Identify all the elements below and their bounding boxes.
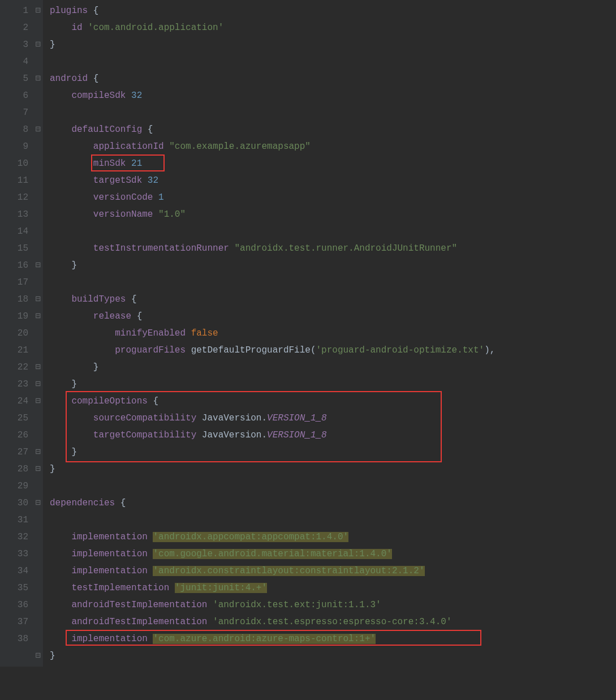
code-line[interactable]: applicationId "com.example.azuremapsapp" [50, 138, 611, 155]
code-area[interactable]: plugins { id 'com.android.application' }… [43, 0, 616, 667]
fold-toggle-icon[interactable]: ⊟ [33, 121, 43, 138]
code-line[interactable] [50, 512, 611, 529]
code-line[interactable]: androidTestImplementation 'androidx.test… [50, 613, 611, 630]
fold-toggle-icon[interactable] [33, 546, 43, 562]
fold-toggle-icon[interactable]: ⊟ [33, 291, 43, 308]
code-line[interactable]: implementation 'androidx.appcompat:appco… [50, 529, 611, 546]
code-line[interactable] [50, 223, 611, 240]
code-line[interactable]: implementation 'com.google.android.mater… [50, 546, 611, 562]
line-number: 28 [10, 461, 28, 478]
fold-toggle-icon[interactable]: ⊟ [33, 393, 43, 410]
code-line[interactable]: sourceCompatibility JavaVersion.VERSION_… [50, 410, 611, 427]
fold-toggle-icon[interactable]: ⊟ [33, 257, 43, 274]
fold-toggle-icon[interactable] [33, 325, 43, 342]
fold-toggle-icon[interactable]: ⊟ [33, 376, 43, 393]
code-line[interactable]: minSdk 21 [50, 155, 611, 172]
fold-toggle-icon[interactable] [33, 104, 43, 121]
fold-toggle-icon[interactable] [33, 240, 43, 257]
line-number: 16 [10, 257, 28, 274]
code-line[interactable]: } [50, 36, 611, 53]
code-line[interactable]: plugins { [50, 2, 611, 19]
code-line[interactable]: versionName "1.0" [50, 206, 611, 223]
fold-toggle-icon[interactable]: ⊟ [33, 444, 43, 461]
line-number: 20 [10, 325, 28, 342]
code-line[interactable] [50, 478, 611, 495]
line-number: 33 [10, 546, 28, 562]
code-line[interactable]: proguardFiles getDefaultProguardFile('pr… [50, 342, 611, 359]
code-line[interactable] [50, 104, 611, 121]
code-line[interactable]: compileSdk 32 [50, 87, 611, 104]
fold-toggle-icon[interactable] [33, 155, 43, 172]
code-line[interactable]: compileOptions { [50, 393, 611, 410]
fold-toggle-icon[interactable] [33, 478, 43, 495]
fold-toggle-icon[interactable]: ⊟ [33, 461, 43, 478]
line-number: 17 [10, 274, 28, 291]
line-number: 19 [10, 308, 28, 325]
code-line[interactable]: minifyEnabled false [50, 325, 611, 342]
fold-toggle-icon[interactable] [33, 172, 43, 189]
code-line[interactable]: android { [50, 70, 611, 87]
fold-toggle-icon[interactable] [33, 529, 43, 546]
code-line[interactable] [50, 274, 611, 291]
fold-toggle-icon[interactable] [33, 274, 43, 291]
fold-toggle-icon[interactable] [33, 427, 43, 444]
fold-toggle-icon[interactable] [33, 512, 43, 529]
fold-toggle-icon[interactable] [33, 19, 43, 36]
code-line[interactable]: defaultConfig { [50, 121, 611, 138]
code-line[interactable] [50, 53, 611, 70]
code-line[interactable]: } [50, 257, 611, 274]
fold-toggle-icon[interactable] [33, 579, 43, 596]
code-line[interactable]: testImplementation 'junit:junit:4.+' [50, 579, 611, 596]
line-number: 7 [10, 104, 28, 121]
line-number: 13 [10, 206, 28, 223]
line-number: 31 [10, 512, 28, 529]
line-number: 30 [10, 495, 28, 512]
fold-toggle-icon[interactable]: ⊟ [33, 70, 43, 87]
code-line[interactable]: } [50, 376, 611, 393]
line-number: 34 [10, 562, 28, 579]
code-line[interactable]: } [50, 444, 611, 461]
line-number: 14 [10, 223, 28, 240]
line-number: 25 [10, 410, 28, 427]
code-line[interactable]: targetSdk 32 [50, 172, 611, 189]
fold-toggle-icon[interactable]: ⊟ [33, 2, 43, 19]
fold-toggle-icon[interactable] [33, 206, 43, 223]
code-line[interactable]: dependencies { [50, 495, 611, 512]
fold-toggle-icon[interactable] [33, 53, 43, 70]
fold-toggle-icon[interactable] [33, 562, 43, 579]
fold-toggle-icon[interactable]: ⊟ [33, 308, 43, 325]
fold-toggle-icon[interactable] [33, 342, 43, 359]
fold-toggle-icon[interactable] [33, 630, 43, 647]
fold-toggle-icon[interactable] [33, 613, 43, 630]
code-line[interactable]: implementation 'com.azure.android:azure-… [50, 630, 611, 647]
fold-toggle-icon[interactable] [33, 189, 43, 206]
line-number: 15 [10, 240, 28, 257]
line-number: 24 [10, 393, 28, 410]
code-line[interactable]: } [50, 359, 611, 376]
fold-toggle-icon[interactable]: ⊟ [33, 36, 43, 53]
fold-toggle-icon[interactable] [33, 410, 43, 427]
code-line[interactable]: testInstrumentationRunner "androidx.test… [50, 240, 611, 257]
code-editor[interactable]: 1 2 3 4 5 6 7 8 9 10 11 12 13 14 15 16 1… [0, 0, 616, 667]
code-line[interactable]: id 'com.android.application' [50, 19, 611, 36]
fold-toggle-icon[interactable]: ⊟ [33, 495, 43, 512]
fold-toggle-icon[interactable] [33, 223, 43, 240]
fold-toggle-icon[interactable] [33, 87, 43, 104]
line-number: 1 [10, 2, 28, 19]
code-line[interactable]: release { [50, 308, 611, 325]
fold-toggle-icon[interactable]: ⊟ [33, 359, 43, 376]
code-line[interactable]: implementation 'androidx.constraintlayou… [50, 562, 611, 579]
code-line[interactable]: versionCode 1 [50, 189, 611, 206]
code-line[interactable]: buildTypes { [50, 291, 611, 308]
fold-toggle-icon[interactable] [33, 596, 43, 613]
code-line[interactable]: targetCompatibility JavaVersion.VERSION_… [50, 427, 611, 444]
fold-toggle-icon[interactable] [33, 138, 43, 155]
line-number: 22 [10, 359, 28, 376]
fold-toggle-icon[interactable]: ⊟ [33, 647, 43, 664]
line-number: 11 [10, 172, 28, 189]
code-line[interactable]: androidTestImplementation 'androidx.test… [50, 596, 611, 613]
line-number: 21 [10, 342, 28, 359]
line-number: 3 [10, 36, 28, 53]
code-line[interactable]: } [50, 461, 611, 478]
code-line[interactable]: } [50, 647, 611, 664]
